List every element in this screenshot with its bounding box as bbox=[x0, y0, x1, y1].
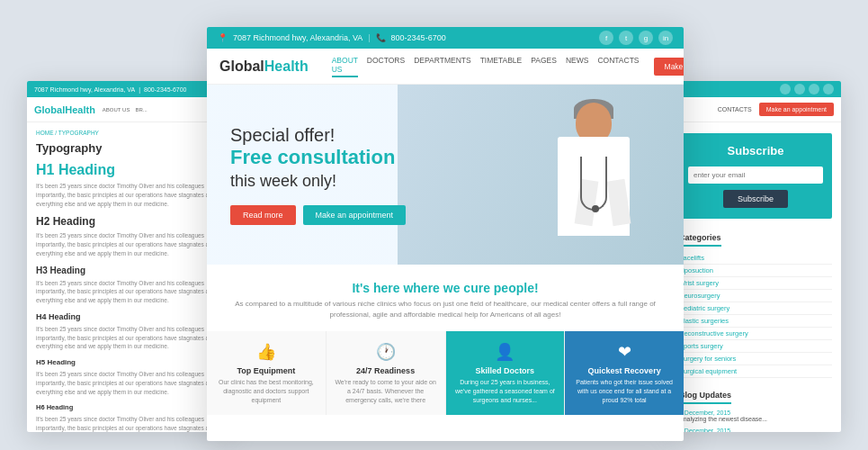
right-nav: CONTACTS Make an appointment bbox=[670, 97, 841, 122]
cat-liposuction[interactable]: Liposuction bbox=[679, 265, 832, 277]
equipment-icon: 👍 bbox=[214, 342, 318, 362]
breadcrumb: HOME / TYPOGRAPHY bbox=[36, 130, 225, 136]
blog-date-2: 4 December, 2015 bbox=[679, 428, 832, 432]
blog-item-2: 4 December, 2015 bbox=[679, 428, 832, 432]
left-logo-accent: Health bbox=[65, 104, 95, 115]
nav-contacts[interactable]: CONTACTS bbox=[597, 56, 639, 77]
doctor-collar-right bbox=[607, 179, 631, 226]
cat-reconstructive[interactable]: Reconstructive surgery bbox=[679, 328, 832, 340]
left-topbar: 7087 Richmond hwy, Alexandria, VA | 800-… bbox=[27, 81, 234, 97]
nav-about[interactable]: ABOUT US bbox=[332, 56, 358, 77]
para-h2: It's been 25 years since doctor Timothy … bbox=[36, 231, 225, 257]
equipment-title: Top Equipment bbox=[214, 366, 318, 375]
hero-line3: this week only! bbox=[230, 170, 406, 193]
subscribe-widget: Subscribe Subscribe bbox=[679, 133, 832, 219]
linkedin-icon[interactable]: in bbox=[658, 31, 673, 45]
topbar-address: 7087 Richmond hwy, Alexandria, VA bbox=[233, 33, 362, 42]
googleplus-icon[interactable]: g bbox=[639, 31, 653, 45]
doctor-stethoscope bbox=[580, 157, 607, 211]
subscribe-email-input[interactable] bbox=[688, 166, 823, 184]
hero-section: Special offer! Free consultation this we… bbox=[207, 85, 684, 265]
doctors-desc: During our 25 years in business, we've g… bbox=[453, 378, 558, 404]
recovery-desc: Patients who got their issue solved with… bbox=[572, 378, 676, 404]
feature-recovery: ❤ Quickest Recovery Patients who got the… bbox=[565, 331, 684, 415]
right-contacts-link[interactable]: CONTACTS bbox=[718, 106, 752, 112]
nav-pages[interactable]: PAGES bbox=[531, 56, 557, 77]
circle-3 bbox=[809, 84, 819, 94]
circle-4 bbox=[823, 84, 834, 94]
blog-section: Blog Updates 4 December, 2015 Analyzing … bbox=[670, 385, 841, 432]
right-top-circles bbox=[780, 84, 834, 94]
main-nav: GlobalHealth ABOUT US DOCTORS DEPARTMENT… bbox=[207, 49, 684, 85]
features-section: 👍 Top Equipment Our clinic has the best … bbox=[207, 331, 684, 415]
blog-date-1: 4 December, 2015 bbox=[679, 410, 832, 416]
recovery-title: Quickest Recovery bbox=[572, 366, 676, 375]
para-h4: It's been 25 years since doctor Timothy … bbox=[36, 325, 225, 351]
para-h1: It's been 25 years since doctor Timothy … bbox=[36, 182, 225, 208]
facebook-icon[interactable]: f bbox=[599, 31, 613, 45]
cat-facelifts[interactable]: Facelifts bbox=[679, 252, 832, 265]
feature-doctors: 👤 Skilled Doctors During our 25 years in… bbox=[446, 331, 566, 415]
left-nav: GlobalHealth ABOUT US BR... bbox=[27, 97, 234, 122]
topbar-phone: 800-2345-6700 bbox=[391, 33, 446, 42]
h2-heading: H2 Heading bbox=[36, 215, 225, 228]
hero-line1: Special offer! bbox=[230, 124, 406, 146]
cat-plastic[interactable]: Plastic surgeries bbox=[679, 315, 832, 328]
right-topbar bbox=[670, 81, 841, 97]
nav-cta-button[interactable]: Make an appointment bbox=[654, 58, 684, 76]
h4-heading: H4 Heading bbox=[36, 312, 225, 321]
main-topbar: 📍 7087 Richmond hwy, Alexandria, VA | 📞 … bbox=[207, 27, 684, 49]
left-topbar-address: 7087 Richmond hwy, Alexandria, VA bbox=[34, 86, 135, 93]
subscribe-title: Subscribe bbox=[688, 144, 823, 158]
equipment-desc: Our clinic has the best monitoring, diag… bbox=[214, 378, 318, 404]
cat-neuro[interactable]: Neurosurgery bbox=[679, 290, 832, 302]
cure-section: It's here where we cure people! As compa… bbox=[207, 265, 684, 331]
right-cta-button[interactable]: Make an appointment bbox=[759, 103, 834, 116]
nav-departments[interactable]: DEPARTMENTS bbox=[414, 56, 470, 77]
readmore-button[interactable]: Read more bbox=[230, 205, 296, 225]
right-card-sidebar: CONTACTS Make an appointment Subscribe S… bbox=[670, 81, 841, 432]
left-topbar-sep: | bbox=[139, 86, 140, 93]
cat-pediatric[interactable]: Pediatric surgery bbox=[679, 302, 832, 315]
stethoscope-end bbox=[592, 205, 599, 212]
page-title: Typography bbox=[36, 141, 225, 155]
doctor-figure bbox=[513, 89, 657, 265]
left-navlink-about[interactable]: ABOUT US bbox=[103, 107, 130, 112]
twitter-icon[interactable]: t bbox=[619, 31, 633, 45]
left-logo: GlobalHealth bbox=[34, 104, 95, 115]
doctors-icon: 👤 bbox=[453, 342, 558, 362]
readiness-icon: 🕐 bbox=[334, 342, 438, 362]
feature-equipment: 👍 Top Equipment Our clinic has the best … bbox=[207, 331, 327, 415]
cat-surgical[interactable]: Surgical equipment bbox=[679, 365, 832, 378]
categories-list: Facelifts Liposuction Wrist surgery Neur… bbox=[679, 252, 832, 378]
h5-heading: H5 Heading bbox=[36, 358, 225, 366]
nav-news[interactable]: NEWS bbox=[566, 56, 589, 77]
readiness-title: 24/7 Readiness bbox=[334, 366, 438, 375]
doctors-title: Skilled Doctors bbox=[453, 366, 558, 375]
cat-seniors[interactable]: Surgery for seniors bbox=[679, 353, 832, 365]
para-h3: It's been 25 years since doctor Timothy … bbox=[36, 279, 225, 305]
categories-section: Categories Facelifts Liposuction Wrist s… bbox=[670, 228, 841, 385]
circle-2 bbox=[794, 84, 805, 94]
appointment-button[interactable]: Make an appointment bbox=[303, 205, 407, 225]
left-logo-text: Global bbox=[34, 104, 65, 115]
nav-doctors[interactable]: DOCTORS bbox=[367, 56, 405, 77]
blog-title: Blog Updates bbox=[679, 391, 731, 404]
left-card-typography: 7087 Richmond hwy, Alexandria, VA | 800-… bbox=[27, 81, 234, 432]
hero-content: Special offer! Free consultation this we… bbox=[207, 106, 406, 243]
nav-timetable[interactable]: TIMETABLE bbox=[480, 56, 523, 77]
cat-wrist[interactable]: Wrist surgery bbox=[679, 277, 832, 290]
subscribe-button[interactable]: Subscribe bbox=[723, 190, 788, 208]
feature-readiness: 🕐 24/7 Readiness We're ready to come to … bbox=[327, 331, 446, 415]
circle-1 bbox=[780, 84, 791, 94]
nav-logo-accent: Health bbox=[264, 58, 309, 74]
blog-text-1: Analyzing the newest disease... bbox=[679, 416, 832, 422]
left-navlinks: ABOUT US BR... bbox=[103, 107, 148, 112]
para-h5: It's been 25 years since doctor Timothy … bbox=[36, 370, 225, 396]
hero-line2: Free consultation bbox=[230, 146, 406, 169]
left-navlink-br[interactable]: BR... bbox=[135, 107, 147, 112]
cat-sports[interactable]: Sports surgery bbox=[679, 340, 832, 353]
categories-title: Categories bbox=[679, 233, 721, 247]
left-body: HOME / TYPOGRAPHY Typography H1 Heading … bbox=[27, 122, 234, 432]
readiness-desc: We're ready to come to your aide on a 24… bbox=[334, 378, 438, 404]
